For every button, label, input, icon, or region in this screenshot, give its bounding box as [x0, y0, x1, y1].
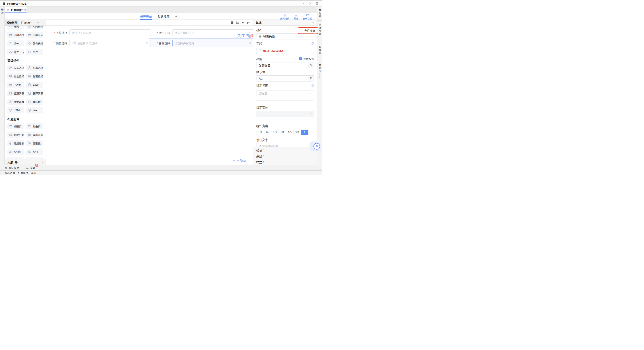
- refresh-icon[interactable]: [311, 42, 314, 45]
- field-select[interactable]: field_65252964: [256, 48, 314, 54]
- default-value-input-value[interactable]: Aa: [256, 75, 308, 81]
- save-icon[interactable]: [316, 2, 318, 5]
- view-tab-低开表单[interactable]: 低开表单: [140, 13, 152, 20]
- document-tab-extension-component[interactable]: 扩展组件* ×: [4, 6, 27, 13]
- component-item-分组控制[interactable]: 分组控制: [7, 140, 24, 146]
- header-action-form-settings[interactable]: 表单设置: [303, 13, 312, 20]
- view-tab-默认视图[interactable]: 默认视图: [158, 13, 170, 20]
- component-item-按钮[interactable]: 按钮: [26, 149, 43, 155]
- width-option-2/3[interactable]: 2/3: [286, 130, 294, 135]
- redo-icon[interactable]: [247, 21, 250, 24]
- width-option-1[interactable]: 1: [301, 130, 308, 135]
- component-panel-tab-系统组件[interactable]: 系统组件: [4, 20, 19, 25]
- allow-multi-select-checkbox-group[interactable]: 允许多选: [300, 28, 317, 33]
- component-item-子表格[interactable]: 子表格: [7, 82, 24, 88]
- collapsed-section-高级[interactable]: 高级: [253, 153, 317, 159]
- component-item-Vue[interactable]: Vue: [26, 107, 43, 113]
- default-value-input[interactable]: Aa D: [256, 75, 314, 81]
- close-icon[interactable]: ×: [24, 8, 26, 11]
- nav-back-icon[interactable]: [302, 2, 305, 5]
- view-api-label: 查看Api: [236, 158, 246, 163]
- component-item-开关[interactable]: 开关: [7, 26, 24, 29]
- field-search-input[interactable]: 请选择岗位选择: [70, 40, 151, 46]
- component-item-评分[interactable]: 评分: [7, 40, 24, 46]
- component-item-折叠页[interactable]: 折叠页: [26, 123, 43, 129]
- chev-right-icon: [262, 161, 265, 164]
- default-value-suffix-button[interactable]: D: [308, 75, 314, 81]
- outline-list-icon[interactable]: [236, 21, 239, 24]
- header-action-preview[interactable]: 预览: [294, 13, 298, 20]
- component-item-标签页[interactable]: 标签页: [7, 123, 24, 129]
- component-item-人员选择[interactable]: 人员选择: [7, 65, 24, 71]
- delete-button[interactable]: [250, 34, 254, 38]
- right-rail-item-三方服务[interactable]: 三方服务: [318, 39, 322, 58]
- field-select[interactable]: 请选择下拉选择: [70, 29, 151, 36]
- refresh-icon[interactable]: [311, 84, 314, 87]
- globe-icon[interactable]: [230, 21, 234, 24]
- collapsed-section-样式[interactable]: 样式: [253, 159, 317, 165]
- component-item[interactable]: [7, 157, 24, 159]
- component-item-弹窗选择[interactable]: 弹窗选择: [26, 73, 43, 79]
- undo-icon[interactable]: [241, 21, 244, 24]
- ai-icon[interactable]: Ai: [314, 143, 320, 150]
- form-field-弹窗选择[interactable]: *弹窗选择 请选择弹窗选择: [152, 40, 254, 46]
- title-input[interactable]: 弹窗选择 V: [256, 62, 314, 68]
- chev-down-icon[interactable]: [41, 21, 44, 24]
- component-item[interactable]: [26, 157, 43, 159]
- issues-button[interactable]: 问题 2: [26, 166, 35, 170]
- right-rail-item-离线资源[interactable]: 离线资源: [318, 20, 322, 39]
- component-item-模型容器[interactable]: 模型容器: [7, 99, 24, 105]
- view-api-link[interactable]: 查看Api: [232, 158, 246, 163]
- component-item-表格布局[interactable]: 表格布局: [26, 132, 43, 138]
- add-view-tab-button[interactable]: +: [175, 13, 177, 20]
- form-field-岗位选择[interactable]: *岗位选择 请选择岗位选择: [49, 40, 151, 46]
- show-label-checkbox-group[interactable]: 显示标签: [299, 57, 314, 61]
- component-panel-tab-扩展组件[interactable]: 扩展组件: [19, 20, 34, 25]
- header-action-code-mode[interactable]: 编码模式: [280, 13, 289, 20]
- chevron-right-icon[interactable]: [41, 161, 44, 164]
- menu-icon[interactable]: [36, 21, 39, 24]
- width-option-1/6[interactable]: 1/6: [256, 130, 264, 135]
- collapsed-section-验证[interactable]: 验证: [253, 147, 317, 153]
- right-rail-item-命名Sql[interactable]: 命名Sql: [318, 58, 322, 84]
- nav-forward-icon[interactable]: [308, 2, 312, 5]
- width-option-1/3[interactable]: 1/3: [271, 130, 279, 135]
- width-option-3/4[interactable]: 3/4: [293, 130, 301, 135]
- settings-button[interactable]: [242, 34, 245, 38]
- properties-header[interactable]: 基础: [253, 20, 317, 26]
- show-label-checkbox[interactable]: [299, 57, 302, 60]
- component-item-图片[interactable]: 图片: [26, 49, 43, 55]
- component-item-颜色选择[interactable]: 颜色选择: [26, 40, 43, 46]
- component-item-高开容器[interactable]: 高开容器: [26, 90, 43, 96]
- form-field-下拉选择[interactable]: *下拉选择 请选择下拉选择: [49, 29, 151, 36]
- component-item-日期区间[interactable]: 日期区间: [26, 32, 43, 38]
- component-item-附件上传[interactable]: 附件上传: [7, 49, 24, 55]
- component-item-机构选择[interactable]: 机构选择: [26, 65, 43, 71]
- component-item-HTML[interactable]: HTML: [7, 107, 24, 113]
- width-option-1/2[interactable]: 1/2: [278, 130, 286, 135]
- bind-entity-select[interactable]: [256, 111, 314, 117]
- debug-info-button[interactable]: 调试信息: [4, 166, 19, 170]
- component-item-Excel[interactable]: Excel: [26, 82, 43, 88]
- ai-assistant-button[interactable]: Ai: [310, 141, 321, 151]
- title-input-suffix-button[interactable]: V: [308, 62, 314, 68]
- field-search-input[interactable]: 请选择弹窗选择: [172, 40, 254, 46]
- link-button[interactable]: [237, 34, 241, 38]
- component-item-时间选择[interactable]: 时间选择: [26, 26, 43, 29]
- component-item-导航树[interactable]: 导航树: [26, 99, 43, 105]
- component-item-日期选择[interactable]: 日期选择: [7, 32, 24, 38]
- component-item-资源容器[interactable]: 资源容器: [7, 90, 24, 96]
- bind-view-select[interactable]: 请选择: [256, 90, 314, 96]
- copy-button[interactable]: [246, 34, 250, 38]
- allow-multi-select-checkbox[interactable]: [300, 29, 303, 32]
- component-item-面板分割[interactable]: 面板分割: [7, 132, 24, 138]
- component-type-select[interactable]: 弹窗选择: [256, 33, 314, 39]
- component-item-按钮组[interactable]: 按钮组: [7, 149, 24, 155]
- outline-row[interactable]: 大纲 i: [4, 159, 46, 165]
- width-option-1/4[interactable]: 1/4: [264, 130, 271, 135]
- left-rail-resources[interactable]: 资源: [0, 6, 4, 165]
- title-input-value[interactable]: 弹窗选择: [256, 62, 308, 68]
- component-item-岗位选择[interactable]: 岗位选择: [7, 73, 24, 79]
- right-rail-item-数据源[interactable]: 数据源: [318, 6, 322, 20]
- component-item-分割线[interactable]: 分割线: [26, 140, 43, 146]
